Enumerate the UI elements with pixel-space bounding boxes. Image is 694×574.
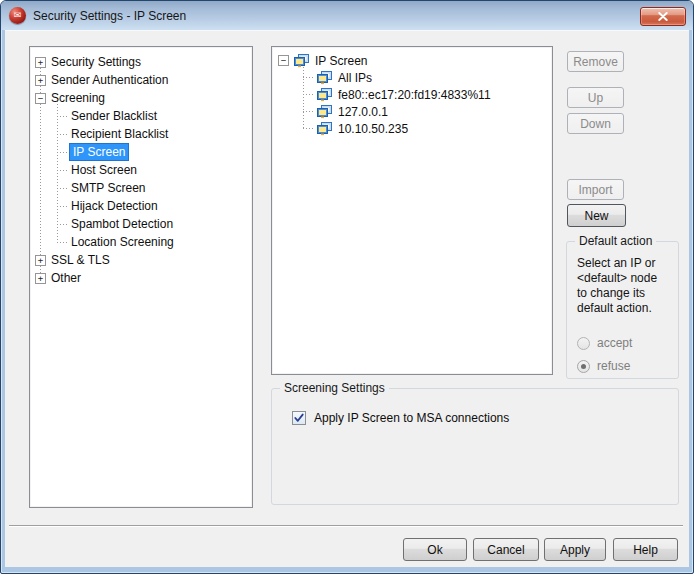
titlebar[interactable]: ✉ Security Settings - IP Screen [1,1,693,30]
tree-connector [57,242,68,243]
dialog-body: +Security Settings+Sender Authentication… [5,30,689,567]
tree-item-label: Hijack Detection [71,199,158,213]
radio-label: accept [597,336,632,350]
tree-item-sender-blacklist[interactable]: Sender Blacklist [30,107,252,125]
remove-button[interactable]: Remove [567,51,624,72]
tree-connector [57,206,68,207]
computer-icon [317,88,333,102]
tree-item-ssl-tls[interactable]: +SSL & TLS [30,251,252,269]
tree-item-ip-screen[interactable]: IP Screen [30,143,252,161]
tree-connector [57,116,68,117]
tree-connector [57,188,68,189]
tree-item-other[interactable]: +Other [30,269,252,287]
tree-connector [57,134,68,135]
down-button[interactable]: Down [567,113,624,134]
apply-button[interactable]: Apply [544,538,606,561]
settings-tree[interactable]: +Security Settings+Sender Authentication… [29,46,253,508]
computer-icon [317,122,333,136]
radio-refuse-circle[interactable] [577,360,590,373]
tree-connector [303,128,314,129]
tree-item-label: Sender Blacklist [71,109,157,123]
tree-item-label: Security Settings [51,55,141,69]
tree-connector [57,224,68,225]
apply-ip-screen-msa-row[interactable]: Apply IP Screen to MSA connections [292,411,509,425]
radio-label: refuse [597,359,630,373]
tree-item-hijack-detection[interactable]: Hijack Detection [30,197,252,215]
security-settings-dialog: ✉ Security Settings - IP Screen +Securit… [0,0,694,574]
tree-item-sender-authentication[interactable]: +Sender Authentication [30,71,252,89]
tree-item-label: All IPs [338,71,372,85]
tree-connector [303,94,314,95]
tree-item-location-screening[interactable]: Location Screening [30,233,252,251]
tree-item-smtp-screen[interactable]: SMTP Screen [30,179,252,197]
footer-separator [9,525,683,527]
default-action-group: Default action Select an IP or <default>… [566,241,679,379]
tree-connector [57,170,68,171]
tree-item-label: fe80::ec17:20:fd19:4833%11 [338,88,491,102]
tree-connector [57,152,68,153]
expand-icon[interactable]: + [35,57,46,68]
collapse-icon[interactable]: − [278,55,289,66]
apply-ip-screen-msa-checkbox[interactable] [292,411,306,425]
tree-item-fe80-ec17-20-fd19-4833-11[interactable]: fe80::ec17:20:fd19:4833%11 [272,86,552,103]
cancel-button[interactable]: Cancel [473,538,539,561]
tree-item-label: IP Screen [69,143,129,161]
tree-item-label: Recipient Blacklist [71,127,168,141]
tree-item-label: Location Screening [71,235,174,249]
expand-icon[interactable]: + [35,75,46,86]
radio-accept-circle[interactable] [577,337,590,350]
tree-item-label: SMTP Screen [71,181,145,195]
computer-icon [317,105,333,119]
screening-settings-group: Screening Settings Apply IP Screen to MS… [271,388,679,505]
window-title: Security Settings - IP Screen [33,9,186,23]
checkmark-icon [293,412,305,424]
tree-item-ip-screen[interactable]: −IP Screen [272,52,552,69]
expand-icon[interactable]: + [35,255,46,266]
close-icon [658,12,668,21]
tree-item-host-screen[interactable]: Host Screen [30,161,252,179]
tree-item-label: IP Screen [315,54,367,68]
tree-item-label: Host Screen [71,163,137,177]
tree-connector [303,77,314,78]
tree-item-spambot-detection[interactable]: Spambot Detection [30,215,252,233]
mdaemon-logo-icon: ✉ [9,7,26,24]
tree-item-10-10-50-235[interactable]: 10.10.50.235 [272,120,552,137]
ok-button[interactable]: Ok [403,538,467,561]
close-button[interactable] [640,7,686,26]
tree-item-label: Sender Authentication [51,73,168,87]
computer-icon [317,71,333,85]
computer-icon [294,54,310,68]
group-title: Default action [575,234,656,248]
up-button[interactable]: Up [567,87,624,108]
tree-item-label: 127.0.0.1 [338,105,388,119]
tree-item-label: Screening [51,91,105,105]
tree-item-label: Other [51,271,81,285]
checkbox-label: Apply IP Screen to MSA connections [314,411,509,425]
default-action-description: Select an IP or <default> node to change… [577,256,670,316]
tree-item-label: 10.10.50.235 [338,122,408,136]
radio-accept[interactable]: accept [577,336,632,350]
tree-item-label: Spambot Detection [71,217,173,231]
tree-item-127-0-0-1[interactable]: 127.0.0.1 [272,103,552,120]
tree-connector [303,111,314,112]
tree-item-all-ips[interactable]: All IPs [272,69,552,86]
tree-item-label: SSL & TLS [51,253,110,267]
collapse-icon[interactable]: − [35,93,46,104]
new-button[interactable]: New [567,204,626,227]
ip-screen-tree[interactable]: −IP ScreenAll IPsfe80::ec17:20:fd19:4833… [271,46,553,375]
import-button[interactable]: Import [567,179,624,200]
radio-refuse[interactable]: refuse [577,359,630,373]
tree-item-recipient-blacklist[interactable]: Recipient Blacklist [30,125,252,143]
help-button[interactable]: Help [613,538,678,561]
group-title: Screening Settings [280,381,389,395]
tree-item-security-settings[interactable]: +Security Settings [30,53,252,71]
tree-item-screening[interactable]: −Screening [30,89,252,107]
expand-icon[interactable]: + [35,273,46,284]
